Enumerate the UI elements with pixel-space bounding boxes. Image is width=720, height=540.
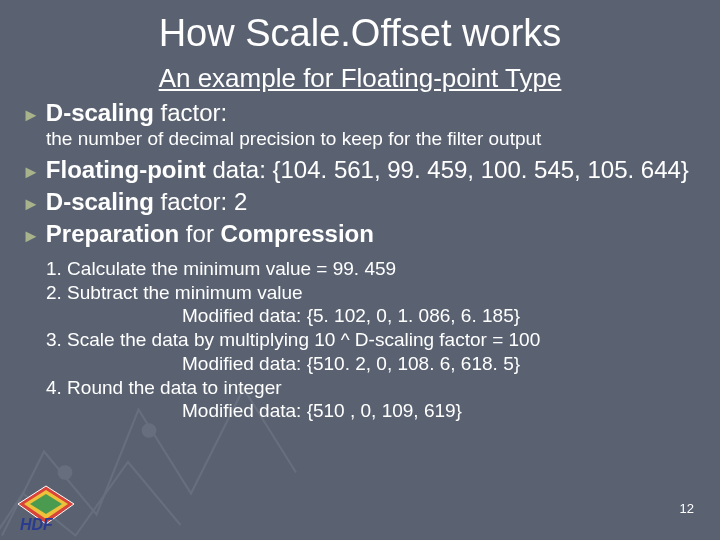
bullet-description: the number of decimal precision to keep … (46, 128, 698, 151)
bullet-marker-icon: ► (22, 106, 40, 124)
bullet-marker-icon: ► (22, 163, 40, 181)
bullet-text: Floating-point data: {104. 561, 99. 459,… (46, 155, 689, 185)
bullet-dscaling-factor-2: ► D-scaling factor: 2 (22, 187, 698, 217)
slide-subtitle: An example for Floating-point Type (22, 63, 698, 94)
step-1: 1. Calculate the minimum value = 99. 459 (46, 257, 698, 281)
bullet-text: D-scaling factor: (46, 98, 227, 128)
step-2-detail: Modified data: {5. 102, 0, 1. 086, 6. 18… (182, 304, 698, 328)
svg-text:HDF: HDF (20, 516, 54, 532)
step-4-detail: Modified data: {510 , 0, 109, 619} (182, 399, 698, 423)
bullet-text: D-scaling factor: 2 (46, 187, 247, 217)
slide-title: How Scale.Offset works (22, 12, 698, 55)
step-4: 4. Round the data to integer (46, 376, 698, 400)
bullet-floating-point-data: ► Floating-point data: {104. 561, 99. 45… (22, 155, 698, 185)
step-2: 2. Subtract the minimum value (46, 281, 698, 305)
bullet-marker-icon: ► (22, 227, 40, 245)
page-number: 12 (680, 501, 694, 516)
step-3: 3. Scale the data by multiplying 10 ^ D-… (46, 328, 698, 352)
bullet-marker-icon: ► (22, 195, 40, 213)
bullet-dscaling-factor: ► D-scaling factor: (22, 98, 698, 128)
hdf-logo: HDF (12, 484, 80, 532)
step-3-detail: Modified data: {510. 2, 0, 108. 6, 618. … (182, 352, 698, 376)
bullet-preparation: ► Preparation for Compression (22, 219, 698, 249)
svg-point-0 (59, 466, 72, 479)
bullet-text: Preparation for Compression (46, 219, 374, 249)
svg-point-1 (143, 424, 156, 437)
slide: How Scale.Offset works An example for Fl… (0, 0, 720, 540)
